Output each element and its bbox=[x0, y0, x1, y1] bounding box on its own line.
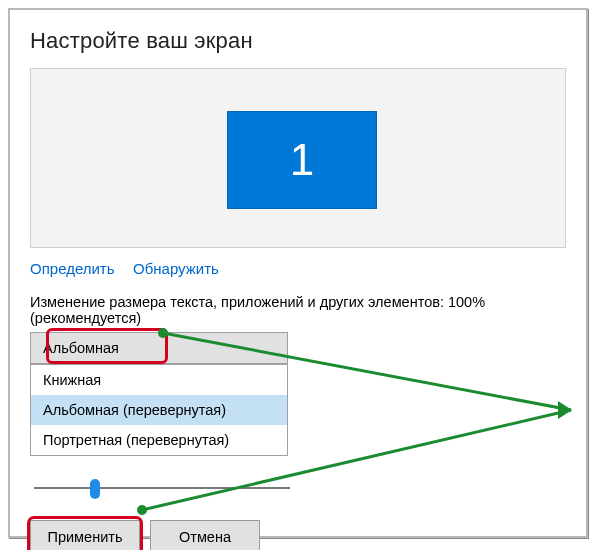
orientation-option-landscape-flipped[interactable]: Альбомная (перевернутая) bbox=[31, 395, 287, 425]
slider-track bbox=[34, 487, 290, 489]
apply-button[interactable]: Применить bbox=[30, 520, 140, 550]
orientation-option-portrait-flipped[interactable]: Портретная (перевернутая) bbox=[31, 425, 287, 455]
orientation-selected[interactable]: Альбомная bbox=[30, 332, 288, 364]
orientation-selected-text: Альбомная bbox=[43, 340, 119, 356]
orientation-options-panel: Книжная Альбомная (перевернутая) Портрет… bbox=[30, 364, 288, 456]
brightness-label: Настройка уровня яркости bbox=[32, 456, 586, 472]
identify-link[interactable]: Определить bbox=[30, 260, 115, 277]
page-title: Настройте ваш экран bbox=[30, 28, 586, 54]
cancel-button[interactable]: Отмена bbox=[150, 520, 260, 550]
button-row: Применить Отмена bbox=[30, 520, 586, 550]
monitor-tile-1[interactable]: 1 bbox=[227, 111, 377, 209]
orientation-option-book[interactable]: Книжная bbox=[31, 365, 287, 395]
svg-point-4 bbox=[137, 505, 147, 515]
window-frame: Настройте ваш экран 1 Определить Обнаруж… bbox=[8, 8, 588, 538]
monitor-number: 1 bbox=[290, 135, 314, 185]
svg-marker-2 bbox=[558, 401, 572, 419]
slider-thumb[interactable] bbox=[90, 479, 100, 499]
orientation-dropdown[interactable]: Альбомная Книжная Альбомная (перевернута… bbox=[30, 332, 288, 456]
display-preview-area: 1 bbox=[30, 68, 566, 248]
display-links-row: Определить Обнаружить bbox=[30, 260, 586, 278]
scale-label: Изменение размера текста, приложений и д… bbox=[30, 294, 566, 326]
detect-link[interactable]: Обнаружить bbox=[133, 260, 219, 277]
brightness-slider[interactable] bbox=[34, 478, 290, 498]
